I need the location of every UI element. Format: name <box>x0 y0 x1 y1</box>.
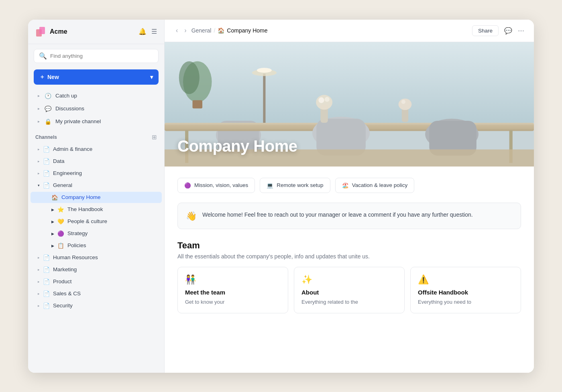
card-title: Meet the team <box>185 289 281 296</box>
card-about[interactable]: ✨ About Everything related to the <box>294 267 405 314</box>
welcome-emoji: 👋 <box>186 211 197 221</box>
sidebar-header: Acme 🔔 ☰ <box>28 20 164 44</box>
svg-rect-1 <box>39 27 45 34</box>
channel-item-admin-finance[interactable]: ▸ 📄 Admin & finance <box>31 144 162 155</box>
search-input[interactable] <box>50 53 153 59</box>
breadcrumb-current: Company Home <box>227 27 267 34</box>
app-window: Acme 🔔 ☰ 🔍 ＋ New ▾ ▸ 🕐 Catch up ▸ 💬 <box>28 20 534 373</box>
sub-item-label: People & culture <box>67 218 107 224</box>
people-culture-emoji: 💛 <box>57 218 64 225</box>
sidebar-item-private-channel[interactable]: ▸ 🔒 My private channel <box>31 116 162 128</box>
lock-icon: 🔒 <box>45 118 51 125</box>
private-channel-label: My private channel <box>55 118 101 124</box>
card-title: Offsite Handbook <box>418 289 513 296</box>
channel-label: Sales & CS <box>53 290 81 297</box>
card-meet-team[interactable]: 👫 Meet the team Get to know your <box>177 267 288 314</box>
channel-item-general[interactable]: ▾ 📄 General <box>31 180 162 191</box>
topbar-right: Share 💬 ⋯ <box>472 25 524 36</box>
expand-icon: ▸ <box>38 256 40 260</box>
policies-emoji: 📋 <box>57 242 64 249</box>
channel-label: Engineering <box>53 170 82 176</box>
channel-item-human-resources[interactable]: ▸ 📄 Human Resources <box>31 252 162 263</box>
content-body: 🟣 Mission, vision, values 💻 Remote work … <box>165 167 534 325</box>
sub-item-label: Strategy <box>67 230 88 236</box>
channels-section-title: Channels <box>35 134 57 140</box>
channel-label: Product <box>53 278 72 284</box>
mission-emoji: 🟣 <box>184 182 191 189</box>
forward-button[interactable]: › <box>183 25 188 36</box>
more-options-button[interactable]: ⋯ <box>518 27 524 35</box>
channel-item-sales-cs[interactable]: ▸ 📄 Sales & CS <box>31 288 162 299</box>
strategy-emoji: 🟣 <box>57 230 64 237</box>
chat-icon: 💬 <box>45 106 51 112</box>
svg-point-17 <box>318 97 324 103</box>
notifications-icon[interactable]: 🔔 <box>138 28 147 35</box>
channel-icon: 📄 <box>43 254 50 261</box>
expand-icon: ▸ <box>51 218 54 225</box>
the-handbook-emoji: ⭐ <box>57 206 64 213</box>
svg-point-24 <box>257 68 272 73</box>
expand-icon: ▸ <box>38 93 40 98</box>
svg-point-5 <box>179 61 200 94</box>
topbar: ‹ › General / 🏠 Company Home Share 💬 ⋯ <box>165 20 534 42</box>
sub-item-label: Policies <box>67 242 86 248</box>
channel-item-data[interactable]: ▸ 📄 Data <box>31 156 162 167</box>
team-section-title: Team <box>177 240 521 251</box>
svg-rect-22 <box>263 73 265 123</box>
breadcrumb-parent[interactable]: General <box>191 27 212 34</box>
channel-icon: 📄 <box>43 266 50 273</box>
channel-icon: 📄 <box>43 290 50 297</box>
back-button[interactable]: ‹ <box>174 25 179 36</box>
sub-item-people-culture[interactable]: ▸ 💛 People & culture <box>31 216 162 227</box>
channel-item-marketing[interactable]: ▸ 📄 Marketing <box>31 264 162 275</box>
welcome-card: 👋 Welcome home! Feel free to reach out t… <box>177 203 521 229</box>
meet-team-emoji: 👫 <box>185 274 281 285</box>
add-channel-icon[interactable]: ⊞ <box>152 134 157 141</box>
quick-link-vacation[interactable]: 🏖️ Vacation & leave policy <box>335 178 415 193</box>
expand-icon: ▸ <box>38 106 40 111</box>
sub-item-the-handbook[interactable]: ▸ ⭐ The Handbook <box>31 204 162 215</box>
app-logo: Acme <box>35 26 67 37</box>
channel-label: Security <box>53 303 73 309</box>
search-bar[interactable]: 🔍 <box>34 49 159 63</box>
quick-link-mission[interactable]: 🟣 Mission, vision, values <box>177 178 255 193</box>
collapse-icon[interactable]: ☰ <box>151 28 157 35</box>
plus-icon: ＋ <box>39 73 45 81</box>
expand-icon: ▸ <box>38 171 40 175</box>
quick-link-remote-work[interactable]: 💻 Remote work setup <box>260 178 330 193</box>
channel-item-product[interactable]: ▸ 📄 Product <box>31 276 162 287</box>
svg-point-21 <box>401 100 405 104</box>
hero-banner: Company Home <box>165 42 534 167</box>
channel-label: Data <box>53 158 65 164</box>
clock-icon: 🕐 <box>45 93 51 99</box>
card-offsite-handbook[interactable]: ⚠️ Offsite Handbook Everything you need … <box>410 267 521 314</box>
channel-item-engineering[interactable]: ▸ 📄 Engineering <box>31 168 162 179</box>
comment-icon-button[interactable]: 💬 <box>504 27 512 35</box>
channel-icon: 📄 <box>43 182 50 189</box>
sidebar-item-catch-up[interactable]: ▸ 🕐 Catch up <box>31 90 162 102</box>
sub-item-label: Company Home <box>61 194 101 200</box>
channel-label: Admin & finance <box>53 146 92 152</box>
team-cards-grid: 👫 Meet the team Get to know your ✨ About… <box>177 267 521 314</box>
expand-icon: ▸ <box>38 147 40 151</box>
channel-item-security[interactable]: ▸ 📄 Security <box>31 300 162 311</box>
sidebar-item-discussions[interactable]: ▸ 💬 Discussions <box>31 103 162 115</box>
channel-icon: 📄 <box>43 170 50 177</box>
card-desc: Get to know your <box>185 298 281 306</box>
expand-icon: ▸ <box>38 159 40 163</box>
sidebar: Acme 🔔 ☰ 🔍 ＋ New ▾ ▸ 🕐 Catch up ▸ 💬 <box>28 20 165 373</box>
team-section-subtitle: All the essentials about the company's p… <box>177 253 521 260</box>
expand-icon: ▸ <box>51 230 54 237</box>
sub-item-policies[interactable]: ▸ 📋 Policies <box>31 240 162 251</box>
main-content: ‹ › General / 🏠 Company Home Share 💬 ⋯ <box>165 20 534 373</box>
channel-label: Marketing <box>53 266 77 272</box>
sub-item-strategy[interactable]: ▸ 🟣 Strategy <box>31 228 162 239</box>
share-button[interactable]: Share <box>472 25 499 36</box>
expand-icon: ▸ <box>51 206 54 213</box>
company-home-emoji: 🏠 <box>51 194 58 201</box>
new-button[interactable]: ＋ New ▾ <box>34 69 159 85</box>
sub-item-company-home[interactable]: 🏠 Company Home <box>31 192 162 203</box>
svg-point-20 <box>399 98 412 110</box>
welcome-text: Welcome home! Feel free to reach out to … <box>202 210 473 219</box>
logo-icon <box>35 26 47 37</box>
